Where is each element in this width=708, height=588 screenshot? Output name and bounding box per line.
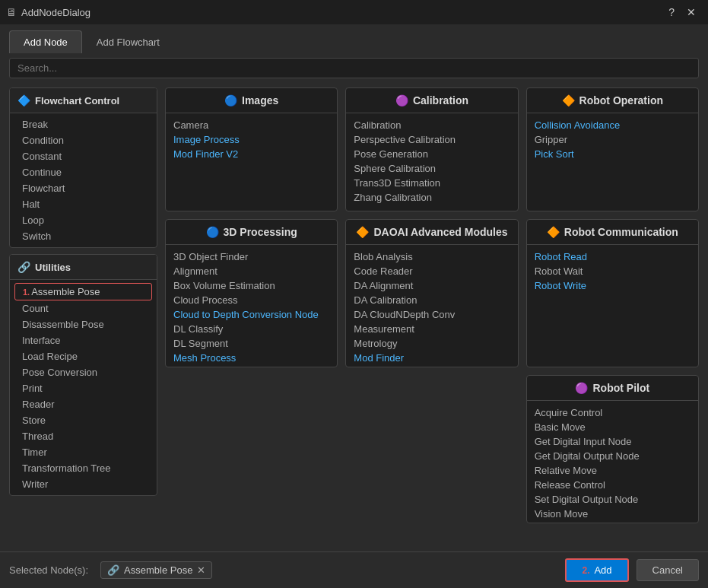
ro-collision-avoidance[interactable]: Collision Avoidance [535, 118, 691, 132]
fc-item-constant[interactable]: Constant [14, 148, 152, 164]
fc-item-loop[interactable]: Loop [14, 212, 152, 228]
da-modfinder3d[interactable]: ModFinder3D [354, 365, 510, 367]
util-item-timer[interactable]: Timer [14, 444, 152, 460]
rp-set-digital-output[interactable]: Set Digital Output Node [535, 492, 691, 507]
3d-cloud-depth[interactable]: Cloud to Depth Conversion Node [173, 307, 329, 322]
flowchart-control-section: 🔷 Flowchart Control Break Condition Cons… [9, 87, 157, 248]
robot-pilot-header: 🟣 Robot Pilot [527, 376, 698, 401]
3d-box-volume[interactable]: Box Volume Estimation [173, 278, 329, 293]
da-mod-finder[interactable]: Mod Finder [354, 351, 510, 365]
robot-communication-card: 🔶 Robot Communication Robot Read Robot W… [526, 219, 699, 367]
3d-dl-segment[interactable]: DL Segment [173, 336, 329, 351]
close-button[interactable]: ✕ [681, 5, 702, 20]
da-calibration[interactable]: DA Calibration [354, 293, 510, 307]
rp-relative-move[interactable]: Relative Move [535, 463, 691, 478]
badge-2: 2. [582, 565, 589, 576]
cal-sphere[interactable]: Sphere Calibration [354, 161, 510, 176]
da-alignment[interactable]: DA Alignment [354, 278, 510, 293]
util-item-disassemble-pose[interactable]: Disassemble Pose [14, 316, 152, 332]
da-measurement[interactable]: Measurement [354, 322, 510, 336]
title-icon: 🖥 [6, 6, 17, 18]
3d-processing-items: 3D Object Finder Alignment Box Volume Es… [166, 245, 337, 367]
add-button[interactable]: 2. Add [565, 558, 628, 582]
rc-robot-wait[interactable]: Robot Wait [535, 264, 691, 278]
tag-close-button[interactable]: ✕ [197, 564, 205, 576]
search-input[interactable] [9, 58, 699, 78]
rp-vision-move[interactable]: Vision Move [535, 507, 691, 521]
cancel-button[interactable]: Cancel [637, 559, 699, 581]
fc-item-break[interactable]: Break [14, 116, 152, 132]
robot-operation-header: 🔶 Robot Operation [527, 88, 698, 113]
images-card: 🔵 Images Camera Image Process Mod Finder… [165, 87, 338, 211]
robot-op-icon: 🔶 [562, 94, 575, 106]
util-item-count[interactable]: Count [14, 300, 152, 316]
flowchart-control-items: Break Condition Constant Continue Flowch… [10, 113, 157, 247]
help-button[interactable]: ? [662, 5, 681, 20]
cal-trans3d[interactable]: Trans3D Estimation [354, 176, 510, 190]
3d-alignment[interactable]: Alignment [173, 264, 329, 278]
daoai-label: DAOAI Advanced Modules [373, 226, 507, 238]
3d-pallet-loading[interactable]: Pallet Loading [173, 365, 329, 367]
3d-cloud-process[interactable]: Cloud Process [173, 293, 329, 307]
robot-operation-card: 🔶 Robot Operation Collision Avoidance Gr… [526, 87, 699, 211]
util-item-reader[interactable]: Reader [14, 396, 152, 412]
calibration-card: 🟣 Calibration Calibration Perspective Ca… [345, 87, 518, 211]
util-item-thread[interactable]: Thread [14, 428, 152, 444]
tab-add-node[interactable]: Add Node [9, 30, 82, 53]
fc-item-switch[interactable]: Switch [14, 228, 152, 244]
images-header: 🔵 Images [166, 88, 337, 113]
3d-object-finder[interactable]: 3D Object Finder [173, 250, 329, 264]
rp-acquire-control[interactable]: Acquire Control [535, 405, 691, 420]
da-blob[interactable]: Blob Analysis [354, 250, 510, 264]
rp-basic-move[interactable]: Basic Move [535, 420, 691, 434]
util-item-writer[interactable]: Writer [14, 476, 152, 492]
da-cloudndepth[interactable]: DA CloudNDepth Conv [354, 307, 510, 322]
fc-item-continue[interactable]: Continue [14, 164, 152, 180]
selected-node-name: Assemble Pose [124, 564, 192, 576]
fc-item-halt[interactable]: Halt [14, 196, 152, 212]
rc-robot-read[interactable]: Robot Read [535, 250, 691, 264]
cal-perspective[interactable]: Perspective Calibration [354, 132, 510, 147]
util-item-load-recipe[interactable]: Load Recipe [14, 348, 152, 364]
img-image-process[interactable]: Image Process [173, 132, 329, 147]
robot-communication-items: Robot Read Robot Wait Robot Write [527, 245, 698, 299]
calibration-items: Calibration Perspective Calibration Pose… [346, 113, 517, 211]
rp-wait-digital-input[interactable]: Wait Digital Input Node [535, 521, 691, 523]
rp-release-control[interactable]: Release Control [535, 478, 691, 492]
img-mod-finder-v2[interactable]: Mod Finder V2 [173, 147, 329, 161]
util-item-pose-conversion[interactable]: Pose Conversion [14, 364, 152, 380]
util-item-interface[interactable]: Interface [14, 332, 152, 348]
3d-mesh-process[interactable]: Mesh Process [173, 351, 329, 365]
rc-robot-write[interactable]: Robot Write [535, 278, 691, 293]
3d-processing-header: 🔵 3D Processing [166, 220, 337, 245]
robot-pilot-label: Robot Pilot [592, 382, 649, 394]
3d-dl-classify[interactable]: DL Classify [173, 322, 329, 336]
images-items: Camera Image Process Mod Finder V2 [166, 113, 337, 167]
ro-pick-sort[interactable]: Pick Sort [535, 147, 691, 161]
da-metrology[interactable]: Metrology [354, 336, 510, 351]
rp-get-digital-output[interactable]: Get Digital Output Node [535, 449, 691, 463]
fc-item-condition[interactable]: Condition [14, 132, 152, 148]
util-item-assemble-pose[interactable]: 1.Assemble Pose [14, 283, 152, 300]
main-content: 🔷 Flowchart Control Break Condition Cons… [0, 83, 708, 551]
calibration-icon: 🟣 [395, 94, 408, 106]
robot-pilot-items: Acquire Control Basic Move Get Digital I… [527, 401, 698, 523]
calibration-label: Calibration [413, 94, 468, 106]
util-item-transformation-tree[interactable]: Transformation Tree [14, 460, 152, 476]
rp-get-digital-input[interactable]: Get Digital Input Node [535, 434, 691, 449]
cal-calibration[interactable]: Calibration [354, 118, 510, 132]
flowchart-control-label: Flowchart Control [35, 95, 119, 106]
tab-add-flowchart[interactable]: Add Flowchart [82, 30, 174, 53]
cal-pose-gen[interactable]: Pose Generation [354, 147, 510, 161]
da-code-reader[interactable]: Code Reader [354, 264, 510, 278]
util-item-print[interactable]: Print [14, 380, 152, 396]
cal-zhang[interactable]: Zhang Calibration [354, 190, 510, 205]
daoai-header: 🔶 DAOAI Advanced Modules [346, 220, 517, 245]
ro-gripper[interactable]: Gripper [535, 132, 691, 147]
fc-item-flowchart[interactable]: Flowchart [14, 180, 152, 196]
util-item-store[interactable]: Store [14, 412, 152, 428]
images-label: Images [242, 94, 278, 106]
add-button-label: Add [594, 564, 611, 576]
img-camera[interactable]: Camera [173, 118, 329, 132]
badge-1: 1. [23, 288, 30, 297]
